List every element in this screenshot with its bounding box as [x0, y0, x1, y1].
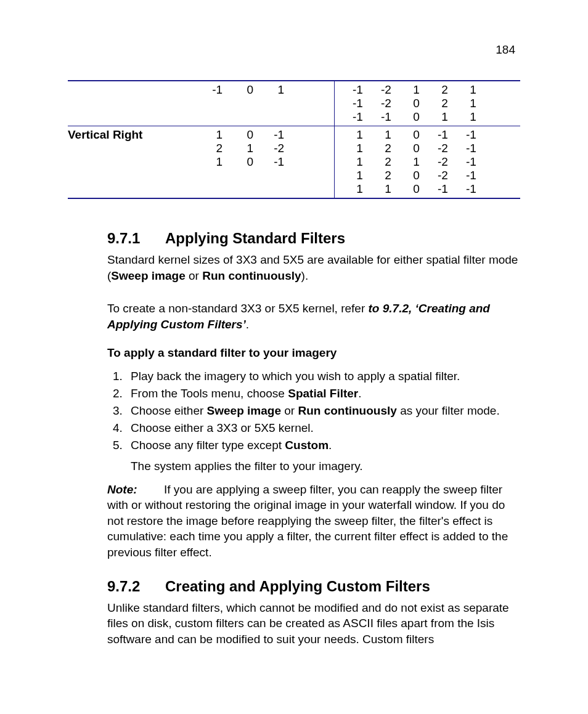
- page-number: 184: [496, 43, 515, 57]
- section-title: Creating and Applying Custom Filters: [165, 578, 430, 594]
- content-block: 9.7.1Applying Standard Filters Standard …: [68, 230, 520, 647]
- list-item: From the Tools menu, choose Spatial Filt…: [126, 387, 520, 400]
- list-item: Choose either Sweep image or Run continu…: [126, 404, 520, 418]
- note-paragraph: Note:If you are applying a sweep filter,…: [107, 482, 520, 561]
- row-label: [68, 81, 192, 126]
- step-result: The system applies the filter to your im…: [131, 460, 520, 473]
- section-number: 9.7.1: [107, 230, 165, 247]
- table-row: Vertical Right 10-1 21-2 10-1 110-1-1 12…: [68, 126, 520, 198]
- section-heading-972: 9.7.2Creating and Applying Custom Filter…: [107, 578, 520, 595]
- paragraph: To create a non-standard 3X3 or 5X5 kern…: [107, 301, 520, 332]
- paragraph: Unlike standard filters, which cannot be…: [107, 600, 520, 647]
- matrix-3x3: -101: [192, 81, 303, 126]
- matrix-5x5: -1-2121 -1-2021 -1-1011: [334, 81, 495, 126]
- document-page: 184 -101 -1-2121 -1-2021 -1-1011 Vertica…: [0, 0, 588, 710]
- paragraph: Standard kernel sizes of 3X3 and 5X5 are…: [107, 252, 520, 283]
- procedure-title: To apply a standard filter to your image…: [107, 346, 520, 360]
- section-heading-971: 9.7.1Applying Standard Filters: [107, 230, 520, 247]
- section-number: 9.7.2: [107, 578, 165, 595]
- step-list: Play back the imagery to which you wish …: [107, 370, 520, 452]
- section-title: Applying Standard Filters: [165, 230, 345, 246]
- note-label: Note:: [107, 482, 164, 498]
- matrix-3x3: 10-1 21-2 10-1: [192, 126, 303, 198]
- kernel-table: -101 -1-2121 -1-2021 -1-1011 Vertical Ri…: [68, 80, 520, 199]
- table-row: -101 -1-2121 -1-2021 -1-1011: [68, 81, 520, 126]
- matrix-5x5: 110-1-1 120-2-1 121-2-1 120-2-1 110-1-1: [334, 126, 495, 198]
- list-item: Play back the imagery to which you wish …: [126, 370, 520, 383]
- row-label: Vertical Right: [68, 126, 192, 198]
- list-item: Choose any filter type except Custom.: [126, 439, 520, 452]
- list-item: Choose either a 3X3 or 5X5 kernel.: [126, 421, 520, 435]
